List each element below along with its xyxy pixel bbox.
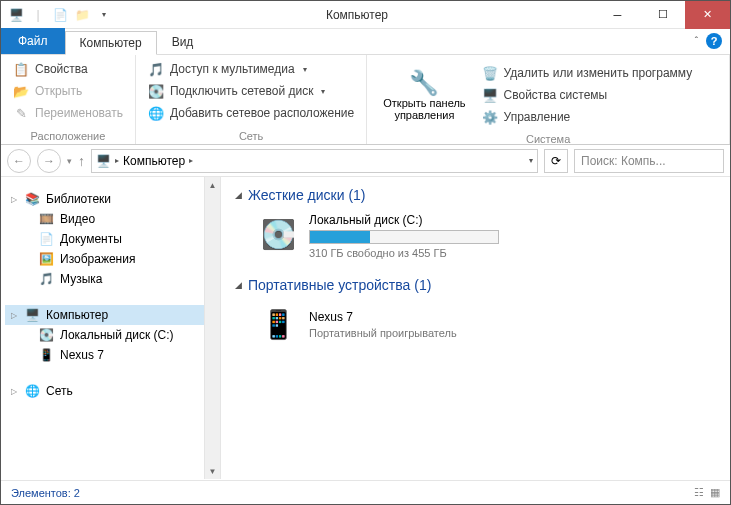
recent-dropdown-icon[interactable]: ▾ — [67, 156, 72, 166]
add-location-button[interactable]: 🌐Добавить сетевое расположение — [144, 103, 358, 123]
drive-free-text: 310 ГБ свободно из 455 ГБ — [309, 247, 529, 259]
nav-video[interactable]: 🎞️Видео — [5, 209, 216, 229]
system-props-icon: 🖥️ — [482, 87, 498, 103]
nav-music-label: Музыка — [60, 272, 102, 286]
qat-newfolder-icon[interactable]: 📁 — [73, 6, 91, 24]
nav-computer[interactable]: 🖥️Компьютер — [5, 305, 216, 325]
nav-documents[interactable]: 📄Документы — [5, 229, 216, 249]
nav-network-label: Сеть — [46, 384, 73, 398]
forward-button[interactable]: → — [37, 149, 61, 173]
breadcrumb-computer[interactable]: Компьютер — [123, 154, 185, 168]
nav-video-label: Видео — [60, 212, 95, 226]
collapse-icon: ◢ — [235, 280, 242, 290]
properties-label: Свойства — [35, 62, 88, 76]
section-portable[interactable]: ◢Портативные устройства (1) — [235, 277, 716, 293]
libraries-icon: 📚 — [25, 192, 40, 206]
device-icon: 📱 — [39, 348, 54, 362]
computer-icon: 🖥️ — [25, 308, 40, 322]
open-label: Открыть — [35, 84, 82, 98]
nav-scrollbar[interactable]: ▲ ▼ — [204, 177, 220, 479]
section-hdd-label: Жесткие диски (1) — [248, 187, 366, 203]
tab-view[interactable]: Вид — [157, 30, 209, 54]
media-label: Доступ к мультимедиа — [170, 62, 295, 76]
nav-documents-label: Документы — [60, 232, 122, 246]
nav-localdisk-label: Локальный диск (C:) — [60, 328, 174, 342]
back-button[interactable]: ← — [7, 149, 31, 173]
window-title: Компьютер — [119, 8, 595, 22]
content-pane: ◢Жесткие диски (1) 💽 Локальный диск (C:)… — [221, 177, 730, 479]
map-drive-button[interactable]: 💽Подключить сетевой диск▾ — [144, 81, 358, 101]
rename-icon: ✎ — [13, 105, 29, 121]
address-dropdown-icon[interactable]: ▾ — [529, 156, 533, 165]
map-drive-icon: 💽 — [148, 83, 164, 99]
explorer-body: 📚Библиотеки 🎞️Видео 📄Документы 🖼️Изображ… — [1, 177, 730, 479]
video-icon: 🎞️ — [39, 212, 54, 226]
manage-label: Управление — [504, 110, 571, 124]
rename-button[interactable]: ✎Переименовать — [9, 103, 127, 123]
nav-libraries[interactable]: 📚Библиотеки — [5, 189, 216, 209]
nav-music[interactable]: 🎵Музыка — [5, 269, 216, 289]
drive-item[interactable]: 💽 Локальный диск (C:) 310 ГБ свободно из… — [235, 211, 716, 269]
pictures-icon: 🖼️ — [39, 252, 54, 266]
cp-label-2: управления — [394, 109, 454, 121]
network-icon: 🌐 — [25, 384, 40, 398]
computer-icon: 🖥️ — [96, 154, 111, 168]
media-access-button[interactable]: 🎵Доступ к мультимедиа▾ — [144, 59, 358, 79]
minimize-button[interactable]: ─ — [595, 1, 640, 29]
tab-computer[interactable]: Компьютер — [65, 31, 157, 55]
manage-button[interactable]: ⚙️Управление — [478, 107, 697, 127]
crumb-sep-icon[interactable]: ▸ — [189, 156, 193, 165]
ribbon-group-network: 🎵Доступ к мультимедиа▾ 💽Подключить сетев… — [136, 55, 367, 144]
properties-icon: 📋 — [13, 61, 29, 77]
nav-localdisk[interactable]: 💽Локальный диск (C:) — [5, 325, 216, 345]
ribbon-group-location: 📋Свойства 📂Открыть ✎Переименовать Распол… — [1, 55, 136, 144]
system-props-button[interactable]: 🖥️Свойства системы — [478, 85, 697, 105]
view-icons-icon[interactable]: ▦ — [710, 486, 720, 499]
nav-computer-label: Компьютер — [46, 308, 108, 322]
uninstall-button[interactable]: 🗑️Удалить или изменить программу — [478, 63, 697, 83]
nav-pictures[interactable]: 🖼️Изображения — [5, 249, 216, 269]
map-drive-label: Подключить сетевой диск — [170, 84, 313, 98]
collapse-ribbon-icon[interactable]: ˆ — [695, 36, 698, 47]
chevron-down-icon: ▾ — [321, 87, 325, 96]
section-hdd[interactable]: ◢Жесткие диски (1) — [235, 187, 716, 203]
crumb-sep-icon[interactable]: ▸ — [115, 156, 119, 165]
maximize-button[interactable]: ☐ — [640, 1, 685, 29]
search-input[interactable]: Поиск: Компь... — [574, 149, 724, 173]
address-bar-row: ← → ▾ ↑ 🖥️ ▸ Компьютер ▸ ▾ ⟳ Поиск: Комп… — [1, 145, 730, 177]
ribbon: 📋Свойства 📂Открыть ✎Переименовать Распол… — [1, 55, 730, 145]
open-button[interactable]: 📂Открыть — [9, 81, 127, 101]
properties-button[interactable]: 📋Свойства — [9, 59, 127, 79]
titlebar: 🖥️ | 📄 📁 ▾ Компьютер ─ ☐ ✕ — [1, 1, 730, 29]
up-button[interactable]: ↑ — [78, 153, 85, 169]
address-bar[interactable]: 🖥️ ▸ Компьютер ▸ ▾ — [91, 149, 538, 173]
scroll-up-icon[interactable]: ▲ — [205, 177, 220, 193]
group-label-location: Расположение — [9, 128, 127, 142]
device-type: Портативный проигрыватель — [309, 327, 457, 339]
scroll-down-icon[interactable]: ▼ — [205, 463, 220, 479]
ribbon-tabs: Файл Компьютер Вид ˆ ? — [1, 29, 730, 55]
control-panel-icon: 🔧 — [409, 69, 439, 97]
qat-sep: | — [29, 6, 47, 24]
add-location-icon: 🌐 — [148, 105, 164, 121]
nav-nexus[interactable]: 📱Nexus 7 — [5, 345, 216, 365]
manage-icon: ⚙️ — [482, 109, 498, 125]
qat-properties-icon[interactable]: 📄 — [51, 6, 69, 24]
uninstall-label: Удалить или изменить программу — [504, 66, 693, 80]
disk-icon: 💽 — [39, 328, 54, 342]
nav-network[interactable]: 🌐Сеть — [5, 381, 216, 401]
drive-usage-bar — [309, 230, 499, 244]
chevron-down-icon: ▾ — [303, 65, 307, 74]
help-icon[interactable]: ? — [706, 33, 722, 49]
tab-file[interactable]: Файл — [1, 28, 65, 54]
qat-dropdown-icon[interactable]: ▾ — [95, 6, 113, 24]
open-control-panel-button[interactable]: 🔧 Открыть панель управления — [375, 59, 473, 131]
rename-label: Переименовать — [35, 106, 123, 120]
close-button[interactable]: ✕ — [685, 1, 730, 29]
nav-pictures-label: Изображения — [60, 252, 135, 266]
view-details-icon[interactable]: ☷ — [694, 486, 704, 499]
device-item[interactable]: 📱 Nexus 7 Портативный проигрыватель — [235, 301, 716, 355]
cp-label-1: Открыть панель — [383, 97, 465, 109]
refresh-button[interactable]: ⟳ — [544, 149, 568, 173]
uninstall-icon: 🗑️ — [482, 65, 498, 81]
